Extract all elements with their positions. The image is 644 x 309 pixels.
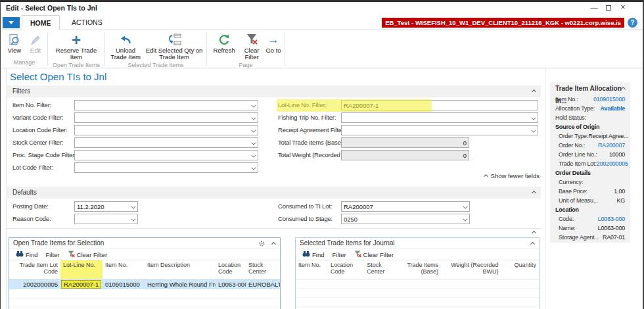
field-fishing-trip-no-filter: Fishing Trip No. Filter: [278, 112, 540, 125]
stock-center-filter-combo[interactable] [74, 137, 258, 148]
binoculars-icon [16, 250, 24, 258]
trade-item-allocation-factbox: Trade Item Allocation In... Item No.:010… [550, 82, 630, 243]
table-header-row: Trade Item Lot Code Lot-Line No. Item No… [9, 260, 280, 279]
cell-location-code[interactable]: L0063-000 [216, 279, 246, 289]
factbox-row-hold-status: Hold Status: [550, 113, 630, 122]
column-header[interactable]: Quantity [501, 260, 539, 279]
filter-button[interactable]: Filter [329, 251, 348, 258]
column-header[interactable]: Trade Item Lot Code [9, 260, 60, 279]
right-arrow-icon: → [268, 32, 279, 47]
location-code-filter-combo[interactable] [74, 125, 258, 135]
unload-trade-item-button[interactable]: Unload Trade Item [107, 30, 144, 61]
help-icon[interactable]: ? [628, 18, 637, 28]
factbox-group-source-of-origin: Source of Origin [550, 122, 630, 131]
chevron-up-icon [484, 174, 488, 179]
maximize-button[interactable] [603, 3, 614, 13]
receipt-agreement-filter-combo[interactable] [341, 125, 538, 135]
tab-actions[interactable]: ACTIONS [64, 15, 110, 30]
find-button[interactable]: Find [13, 250, 40, 258]
go-to-button[interactable]: → Go to [264, 30, 283, 61]
factbox-row-trade-item-lot: Trade Item Lot:2002000005 [550, 159, 630, 168]
factbox-row-unit-of-measure: Unit of Measu...KG [550, 196, 630, 205]
collapse-chevron-icon[interactable] [271, 242, 276, 247]
field-consumed-to-ti-lot: Consumed to TI Lot: [278, 201, 540, 214]
fishing-trip-no-filter-combo[interactable] [341, 112, 538, 123]
factbox-row-location-code: Code:L0063-000 [550, 214, 630, 224]
table-row[interactable] [9, 298, 280, 308]
cell-trade-item-lot-code[interactable]: 2002000005 [9, 279, 60, 289]
column-header[interactable]: Item No. [296, 260, 328, 279]
find-button[interactable]: Find [300, 250, 327, 258]
refresh-button[interactable]: Refresh [209, 30, 239, 61]
refresh-icon [218, 32, 231, 47]
selected-pane-header: Selected Trade Items for Journal [296, 238, 539, 249]
column-header[interactable]: Item Description [145, 260, 216, 279]
column-header[interactable]: Stock Center [364, 260, 396, 279]
selected-pane-title: Selected Trade Items for Journal [300, 239, 395, 247]
collapse-chevron-icon[interactable] [530, 242, 535, 247]
field-item-no-filter: Item No. Filter: [12, 100, 264, 112]
clear-filter-button[interactable]: Clear Filter [239, 30, 264, 61]
main-content: Select Open TIs to Jnl Filters Item No. … [7, 68, 541, 309]
column-header[interactable]: Location Code [328, 260, 364, 279]
column-header[interactable]: Weight (Recorded BWU) [441, 260, 501, 279]
cell-lot-line-no[interactable]: RA200007-1 [60, 279, 103, 289]
consumed-to-ti-lot-combo[interactable] [341, 201, 470, 212]
clear-filter-button[interactable]: Clear Filter [65, 250, 110, 259]
proc-stage-code-filter-combo[interactable] [74, 150, 258, 160]
table-row[interactable] [296, 297, 539, 306]
minimize-button[interactable]: — [589, 3, 599, 13]
show-fewer-fields-link[interactable]: Show fewer fields [484, 172, 540, 179]
edit-quantity-list-icon [166, 32, 182, 47]
edit-selected-qty-button[interactable]: Edit Selected Qty on Trade Item [144, 30, 204, 61]
filters-section-header[interactable]: Filters [7, 85, 541, 97]
filter-button[interactable]: Filter [43, 251, 62, 258]
defaults-section-header[interactable]: Defaults [7, 187, 541, 199]
field-posting-date: Posting Date: [12, 201, 264, 214]
table-row[interactable] [296, 288, 539, 297]
table-row-selected[interactable]: 2002000005 RA200007-1 0109015000 Herring… [9, 279, 280, 289]
factbox-header: Trade Item Allocation In... [550, 82, 630, 95]
app-window: Edit - Select Open TIs to Jnl — × HOME A… [0, 0, 644, 309]
cell-stock-center[interactable]: EUROBALTIC [246, 279, 280, 289]
item-no-filter-combo[interactable] [74, 100, 258, 110]
collapse-chevron-icon[interactable] [532, 231, 536, 235]
column-header-highlighted[interactable]: Lot-Line No. [60, 260, 103, 279]
reason-code-combo[interactable] [74, 214, 138, 224]
lot-code-filter-combo[interactable] [74, 162, 258, 173]
factbox-row-order-line-no: Order Line No.:10000 [550, 150, 630, 159]
collapse-chevron-icon[interactable] [532, 89, 536, 94]
cell-item-no[interactable]: 0109015000 [103, 279, 145, 289]
column-header[interactable]: Item No. [103, 260, 145, 279]
ribbon-tab-row: HOME ACTIONS EB_Test - WISEFISH_10_W1_DE… [1, 15, 643, 30]
open-pane-toolbar: Find Filter Clear Filter [9, 249, 280, 260]
column-header[interactable]: Trade Items (Base) [396, 260, 441, 279]
cell-item-description[interactable]: Herring Whole Round Fresh [145, 279, 216, 289]
factbox-row-currency: Currency: [550, 178, 630, 187]
column-header[interactable]: Stock Center [246, 260, 280, 279]
clear-filter-funnel-icon [354, 250, 361, 259]
application-menu-button[interactable] [3, 17, 20, 28]
table-row[interactable] [9, 289, 280, 298]
edit-button[interactable]: Edit [26, 30, 45, 59]
content-left-rule [6, 68, 7, 309]
table-row[interactable] [296, 279, 539, 288]
variant-code-filter-combo[interactable] [74, 112, 258, 123]
collapse-chevron-icon[interactable] [621, 87, 626, 91]
page-title: Select Open TIs to Jnl [10, 71, 106, 82]
field-total-weight: Total Weight (Recorded BWU): [278, 150, 540, 162]
lines-section-strip[interactable] [7, 228, 541, 237]
posting-date-picker[interactable] [74, 201, 138, 212]
tab-home[interactable]: HOME [22, 15, 60, 30]
lot-line-no-filter-input[interactable] [341, 100, 538, 110]
binoculars-icon [302, 250, 310, 258]
column-header[interactable]: Location Code [216, 260, 246, 279]
consumed-to-stage-combo[interactable] [341, 214, 470, 224]
open-pane-title: Open Trade Items for Selection [13, 239, 104, 247]
clear-filter-button[interactable]: Clear Filter [352, 250, 396, 259]
reserve-trade-item-button[interactable]: + Reserve Trade Item [55, 30, 98, 61]
factbox-row-location-name: Name:L0063-000 [550, 224, 630, 233]
close-button[interactable]: × [618, 3, 628, 13]
collapse-chevron-icon[interactable] [532, 191, 536, 195]
view-button[interactable]: View [3, 30, 26, 59]
